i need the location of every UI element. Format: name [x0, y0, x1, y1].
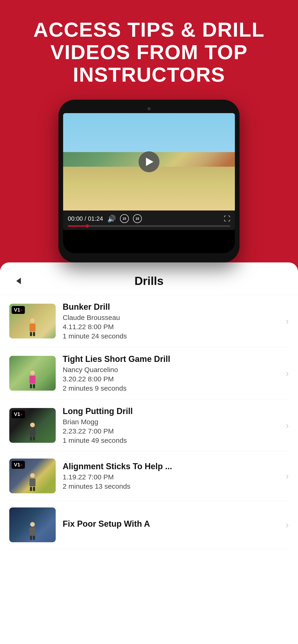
drill-info: Tight Lies Short Game DrillNancy Quarcel… — [63, 354, 279, 392]
back-button[interactable] — [12, 274, 26, 288]
person-figure — [30, 473, 36, 491]
hero-section: ACCESS TIPS & DRILL VIDEOS FROM TOP INST… — [0, 0, 298, 262]
drill-thumbnail: V1+ — [9, 458, 56, 493]
content-panel: Drills V1+ Bunker DrillClaude Brousseau4… — [0, 262, 298, 644]
v1plus-badge: V1+ — [12, 410, 25, 418]
drill-title: Tight Lies Short Game Drill — [63, 354, 279, 364]
drill-title: Fix Poor Setup With A — [63, 519, 279, 529]
person-figure — [30, 522, 36, 540]
person-figure — [30, 422, 36, 440]
drill-date: 2.23.22 7:00 PM — [63, 427, 279, 435]
video-container: 00:00 / 01:24 🔊 15 15 — [63, 113, 235, 230]
panel-title: Drills — [26, 274, 272, 288]
drill-instructor: Brian Mogg — [63, 418, 279, 426]
person-figure — [30, 370, 36, 388]
drill-duration: 2 minutes 13 seconds — [63, 482, 279, 490]
drill-info: Fix Poor Setup With A — [63, 519, 279, 531]
drill-item[interactable]: Tight Lies Short Game DrillNancy Quarcel… — [9, 347, 289, 400]
panel-header: Drills — [0, 262, 298, 295]
drill-chevron-icon: › — [286, 420, 289, 431]
video-frame[interactable] — [63, 113, 235, 210]
forward-15-button[interactable]: 15 — [133, 214, 142, 223]
v1plus-badge: V1+ — [12, 461, 25, 469]
drill-chevron-icon: › — [286, 471, 289, 481]
drill-item[interactable]: Fix Poor Setup With A› — [9, 500, 289, 550]
drill-info: Long Putting DrillBrian Mogg2.23.22 7:00… — [63, 406, 279, 444]
hero-title: ACCESS TIPS & DRILL VIDEOS FROM TOP INST… — [9, 18, 289, 86]
play-button[interactable] — [139, 152, 159, 172]
drill-duration: 1 minute 49 seconds — [63, 436, 279, 444]
v1plus-badge: V1+ — [12, 306, 25, 314]
time-display: 00:00 / 01:24 — [68, 215, 103, 222]
drill-thumbnail: V1+ — [9, 408, 56, 443]
fullscreen-button[interactable]: ⛶ — [224, 215, 230, 222]
play-icon — [146, 158, 153, 166]
drill-chevron-icon: › — [286, 368, 289, 378]
drill-item[interactable]: V1+ Long Putting DrillBrian Mogg2.23.22 … — [9, 400, 289, 452]
drill-duration: 1 minute 24 seconds — [63, 332, 279, 340]
drill-info: Alignment Sticks To Help ...1.19.22 7:00… — [63, 462, 279, 490]
controls-row: 00:00 / 01:24 🔊 15 15 — [68, 214, 230, 223]
drill-item[interactable]: V1+ Bunker DrillClaude Brousseau4.11.22 … — [9, 295, 289, 347]
phone-mockup: 00:00 / 01:24 🔊 15 15 — [9, 100, 289, 262]
volume-icon[interactable]: 🔊 — [107, 215, 116, 223]
drill-info: Bunker DrillClaude Brousseau4.11.22 8:00… — [63, 302, 279, 340]
time-total: 01:24 — [88, 215, 103, 222]
person-figure — [30, 318, 36, 336]
drill-date: 1.19.22 7:00 PM — [63, 473, 279, 481]
drill-chevron-icon: › — [286, 520, 289, 530]
drill-thumbnail — [9, 508, 56, 542]
drill-thumbnail: V1+ — [9, 304, 56, 338]
video-controls: 00:00 / 01:24 🔊 15 15 — [63, 210, 235, 230]
drill-instructor: Nancy Quarcelino — [63, 366, 279, 374]
drill-title: Alignment Sticks To Help ... — [63, 462, 279, 471]
phone-notch — [142, 107, 156, 111]
phone-bottom-bar — [63, 230, 235, 253]
drill-title: Bunker Drill — [63, 302, 279, 312]
controls-left: 00:00 / 01:24 🔊 15 15 — [68, 214, 142, 223]
drill-title: Long Putting Drill — [63, 406, 279, 416]
rewind-15-button[interactable]: 15 — [120, 214, 129, 223]
drill-item[interactable]: V1+ Alignment Sticks To Help ...1.19.22 … — [9, 452, 289, 500]
time-separator: / — [85, 215, 86, 222]
back-chevron-icon — [16, 278, 21, 284]
drill-chevron-icon: › — [286, 316, 289, 326]
drill-instructor: Claude Brousseau — [63, 314, 279, 322]
drill-list: V1+ Bunker DrillClaude Brousseau4.11.22 … — [0, 295, 298, 550]
drill-date: 4.11.22 8:00 PM — [63, 323, 279, 331]
phone-body: 00:00 / 01:24 🔊 15 15 — [59, 100, 239, 262]
time-current: 00:00 — [68, 215, 83, 222]
drill-date: 3.20.22 8:00 PM — [63, 375, 279, 383]
progress-bar[interactable] — [68, 225, 230, 227]
drill-duration: 2 minutes 9 seconds — [63, 384, 279, 392]
drill-thumbnail — [9, 356, 56, 390]
progress-fill — [68, 225, 87, 227]
